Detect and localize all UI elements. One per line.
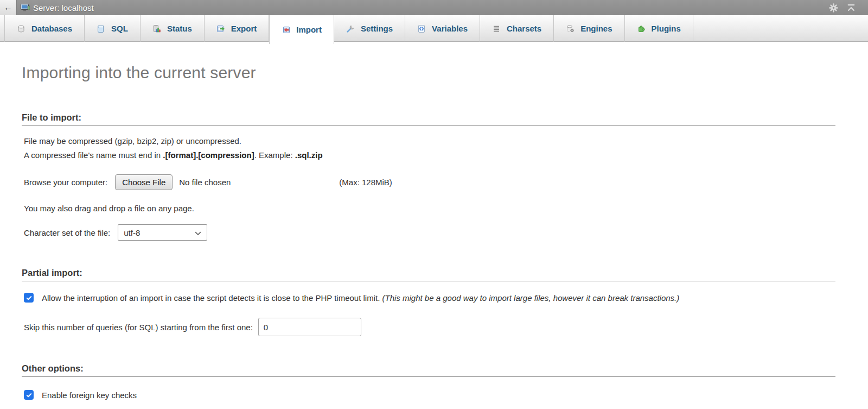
drag-drop-note: You may also drag and drop a file on any… bbox=[22, 204, 835, 213]
charset-row: Character set of the file: utf-8 bbox=[22, 224, 835, 241]
tab-charsets-label: Charsets bbox=[507, 24, 541, 33]
settings-wrench-icon bbox=[346, 24, 355, 33]
choose-file-button[interactable]: Choose File bbox=[115, 174, 173, 190]
charsets-icon bbox=[492, 24, 501, 33]
tab-sql-label: SQL bbox=[111, 24, 128, 33]
tab-databases[interactable]: Databases bbox=[4, 15, 85, 42]
foreign-key-checks-label: Enable foreign key checks bbox=[42, 391, 137, 400]
interrupt-checkbox-label: Allow the interruption of an import in c… bbox=[42, 293, 679, 303]
interrupt-note-italic: (This might be a good way to import larg… bbox=[382, 293, 680, 303]
compression-note-line2: A compressed file's name must end in .[f… bbox=[24, 148, 835, 162]
allow-interrupt-checkbox[interactable] bbox=[24, 293, 34, 303]
compression-note: File may be compressed (gzip, bzip2, zip… bbox=[22, 134, 835, 162]
skip-queries-input[interactable] bbox=[258, 318, 361, 336]
format-compression-example: .[format].[compression] bbox=[163, 150, 254, 160]
import-page-content: Importing into the current server File t… bbox=[0, 64, 868, 400]
browse-label: Browse your computer: bbox=[24, 178, 107, 187]
tab-databases-label: Databases bbox=[31, 24, 72, 33]
tab-export[interactable]: Export bbox=[205, 15, 270, 42]
server-label: Server: localhost bbox=[33, 3, 94, 12]
tab-charsets[interactable]: Charsets bbox=[480, 15, 554, 42]
tab-variables[interactable]: Variables bbox=[405, 15, 480, 42]
titlebar: ← Server: localhost bbox=[0, 0, 868, 15]
engines-icon bbox=[566, 24, 575, 33]
tab-settings-label: Settings bbox=[361, 24, 393, 33]
page-settings-gear-icon[interactable] bbox=[828, 3, 839, 13]
tab-variables-label: Variables bbox=[432, 24, 468, 33]
browse-file-row: Browse your computer: Choose File No fil… bbox=[22, 174, 835, 190]
no-file-chosen-text: No file chosen bbox=[179, 178, 231, 187]
titlebar-actions bbox=[828, 0, 856, 15]
back-arrow-icon: ← bbox=[4, 3, 12, 12]
tab-import[interactable]: Import bbox=[269, 15, 334, 44]
sql-icon bbox=[97, 24, 105, 33]
charset-select[interactable]: utf-8 bbox=[118, 224, 207, 241]
compression-note-line1: File may be compressed (gzip, bzip2, zip… bbox=[24, 134, 835, 148]
page-title: Importing into the current server bbox=[22, 64, 835, 82]
tab-status-label: Status bbox=[167, 24, 192, 33]
tab-import-label: Import bbox=[296, 25, 322, 34]
collapse-to-top-icon[interactable] bbox=[846, 3, 856, 12]
tab-plugins-label: Plugins bbox=[652, 24, 681, 33]
skip-queries-row: Skip this number of queries (for SQL) st… bbox=[22, 318, 835, 336]
other-options-heading: Other options: bbox=[22, 363, 835, 377]
tab-plugins[interactable]: Plugins bbox=[625, 15, 693, 42]
tab-sql[interactable]: SQL bbox=[85, 15, 141, 42]
main-nav-tabbar: Databases SQL Status bbox=[0, 15, 868, 42]
skip-queries-label: Skip this number of queries (for SQL) st… bbox=[24, 323, 253, 332]
tab-settings[interactable]: Settings bbox=[334, 15, 405, 42]
note-prefix: A compressed file's name must end in bbox=[24, 150, 163, 160]
foreign-key-checks-checkbox[interactable] bbox=[24, 390, 34, 400]
charset-label: Character set of the file: bbox=[24, 228, 110, 237]
sql-zip-example: .sql.zip bbox=[295, 150, 323, 160]
charset-selected-value: utf-8 bbox=[124, 228, 140, 237]
import-icon bbox=[282, 26, 290, 34]
tab-export-label: Export bbox=[231, 24, 257, 33]
plugins-puzzle-icon bbox=[637, 24, 646, 33]
note-mid: . Example: bbox=[254, 150, 295, 160]
tab-status[interactable]: Status bbox=[141, 15, 205, 42]
partial-import-heading: Partial import: bbox=[22, 268, 835, 281]
back-button[interactable]: ← bbox=[0, 0, 17, 15]
databases-icon bbox=[17, 24, 25, 33]
max-upload-size: (Max: 128MiB) bbox=[339, 178, 392, 187]
tab-engines[interactable]: Engines bbox=[554, 15, 624, 42]
foreign-key-checkbox-row: Enable foreign key checks bbox=[22, 390, 835, 400]
chevron-down-icon bbox=[195, 228, 201, 237]
server-monitor-icon bbox=[21, 4, 30, 12]
export-icon bbox=[216, 24, 225, 33]
interrupt-label-text: Allow the interruption of an import in c… bbox=[42, 293, 380, 303]
status-icon bbox=[152, 24, 161, 33]
file-to-import-heading: File to import: bbox=[22, 112, 835, 126]
variables-icon bbox=[417, 24, 426, 33]
interrupt-checkbox-row: Allow the interruption of an import in c… bbox=[22, 293, 835, 303]
tab-engines-label: Engines bbox=[580, 24, 612, 33]
